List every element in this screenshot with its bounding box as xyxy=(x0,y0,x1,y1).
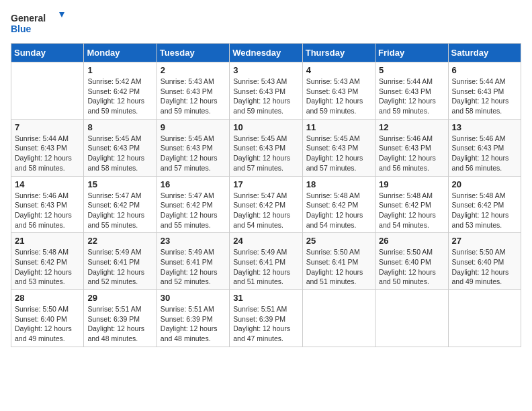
calendar-cell: 12Sunrise: 5:46 AMSunset: 6:43 PMDayligh… xyxy=(375,119,448,176)
calendar-cell: 7Sunrise: 5:44 AMSunset: 6:43 PMDaylight… xyxy=(11,119,84,176)
day-number: 3 xyxy=(233,65,298,75)
calendar-cell: 22Sunrise: 5:49 AMSunset: 6:41 PMDayligh… xyxy=(84,233,157,290)
cell-info: Sunrise: 5:48 AMSunset: 6:42 PMDaylight:… xyxy=(15,247,80,287)
day-number: 21 xyxy=(15,236,80,246)
day-number: 7 xyxy=(15,122,80,132)
day-number: 22 xyxy=(87,236,152,246)
day-number: 30 xyxy=(161,293,226,303)
calendar-cell: 21Sunrise: 5:48 AMSunset: 6:42 PMDayligh… xyxy=(11,233,84,290)
calendar-cell: 2Sunrise: 5:43 AMSunset: 6:43 PMDaylight… xyxy=(157,62,229,120)
cell-info: Sunrise: 5:45 AMSunset: 6:43 PMDaylight:… xyxy=(306,134,371,173)
day-number: 29 xyxy=(87,293,152,303)
svg-marker-1 xyxy=(59,12,64,17)
calendar-cell xyxy=(11,62,84,120)
calendar-header-saturday: Saturday xyxy=(448,44,521,62)
cell-info: Sunrise: 5:50 AMSunset: 6:40 PMDaylight:… xyxy=(379,247,444,287)
day-number: 4 xyxy=(306,65,371,75)
generalblue-logo-icon: General Blue xyxy=(11,11,64,38)
calendar-cell: 29Sunrise: 5:51 AMSunset: 6:39 PMDayligh… xyxy=(84,290,157,347)
calendar-cell: 10Sunrise: 5:45 AMSunset: 6:43 PMDayligh… xyxy=(230,119,302,176)
calendar-week-row: 7Sunrise: 5:44 AMSunset: 6:43 PMDaylight… xyxy=(11,119,521,176)
cell-info: Sunrise: 5:45 AMSunset: 6:43 PMDaylight:… xyxy=(87,134,152,173)
day-number: 23 xyxy=(161,236,226,246)
day-number: 11 xyxy=(306,122,371,132)
day-number: 14 xyxy=(15,179,80,189)
cell-info: Sunrise: 5:45 AMSunset: 6:43 PMDaylight:… xyxy=(161,134,226,173)
svg-text:Blue: Blue xyxy=(11,24,32,34)
cell-info: Sunrise: 5:48 AMSunset: 6:42 PMDaylight:… xyxy=(452,191,517,230)
calendar-header-friday: Friday xyxy=(375,44,448,62)
day-number: 19 xyxy=(379,179,444,189)
cell-info: Sunrise: 5:49 AMSunset: 6:41 PMDaylight:… xyxy=(233,247,298,287)
day-number: 12 xyxy=(379,122,444,132)
calendar-cell xyxy=(448,290,521,347)
header: General Blue xyxy=(11,11,521,38)
calendar-cell: 24Sunrise: 5:49 AMSunset: 6:41 PMDayligh… xyxy=(230,233,302,290)
cell-info: Sunrise: 5:50 AMSunset: 6:40 PMDaylight:… xyxy=(15,304,80,344)
cell-info: Sunrise: 5:46 AMSunset: 6:43 PMDaylight:… xyxy=(452,134,517,173)
calendar-header-sunday: Sunday xyxy=(11,44,84,62)
calendar-cell: 17Sunrise: 5:47 AMSunset: 6:42 PMDayligh… xyxy=(230,176,302,233)
calendar-cell: 1Sunrise: 5:42 AMSunset: 6:42 PMDaylight… xyxy=(84,62,157,120)
cell-info: Sunrise: 5:49 AMSunset: 6:41 PMDaylight:… xyxy=(87,247,152,287)
cell-info: Sunrise: 5:43 AMSunset: 6:43 PMDaylight:… xyxy=(306,77,371,116)
calendar-header-tuesday: Tuesday xyxy=(157,44,229,62)
calendar-week-row: 14Sunrise: 5:46 AMSunset: 6:43 PMDayligh… xyxy=(11,176,521,233)
calendar-cell: 23Sunrise: 5:49 AMSunset: 6:41 PMDayligh… xyxy=(157,233,229,290)
cell-info: Sunrise: 5:47 AMSunset: 6:42 PMDaylight:… xyxy=(161,191,226,230)
cell-info: Sunrise: 5:46 AMSunset: 6:43 PMDaylight:… xyxy=(15,191,80,230)
calendar-cell: 31Sunrise: 5:51 AMSunset: 6:39 PMDayligh… xyxy=(230,290,302,347)
cell-info: Sunrise: 5:51 AMSunset: 6:39 PMDaylight:… xyxy=(87,304,152,344)
calendar-cell: 5Sunrise: 5:44 AMSunset: 6:43 PMDaylight… xyxy=(375,62,448,120)
day-number: 31 xyxy=(233,293,298,303)
svg-text:General: General xyxy=(11,13,46,24)
day-number: 10 xyxy=(233,122,298,132)
calendar-cell: 27Sunrise: 5:50 AMSunset: 6:40 PMDayligh… xyxy=(448,233,521,290)
calendar-cell: 11Sunrise: 5:45 AMSunset: 6:43 PMDayligh… xyxy=(302,119,375,176)
cell-info: Sunrise: 5:42 AMSunset: 6:42 PMDaylight:… xyxy=(87,77,152,116)
cell-info: Sunrise: 5:50 AMSunset: 6:41 PMDaylight:… xyxy=(306,247,371,287)
calendar-cell: 14Sunrise: 5:46 AMSunset: 6:43 PMDayligh… xyxy=(11,176,84,233)
calendar-week-row: 1Sunrise: 5:42 AMSunset: 6:42 PMDaylight… xyxy=(11,62,521,120)
cell-info: Sunrise: 5:47 AMSunset: 6:42 PMDaylight:… xyxy=(87,191,152,230)
calendar-cell xyxy=(302,290,375,347)
calendar-cell xyxy=(375,290,448,347)
cell-info: Sunrise: 5:45 AMSunset: 6:43 PMDaylight:… xyxy=(233,134,298,173)
day-number: 18 xyxy=(306,179,371,189)
day-number: 17 xyxy=(233,179,298,189)
calendar-cell: 20Sunrise: 5:48 AMSunset: 6:42 PMDayligh… xyxy=(448,176,521,233)
day-number: 8 xyxy=(87,122,152,132)
cell-info: Sunrise: 5:43 AMSunset: 6:43 PMDaylight:… xyxy=(233,77,298,116)
cell-info: Sunrise: 5:46 AMSunset: 6:43 PMDaylight:… xyxy=(379,134,444,173)
day-number: 26 xyxy=(379,236,444,246)
day-number: 24 xyxy=(233,236,298,246)
calendar-cell: 3Sunrise: 5:43 AMSunset: 6:43 PMDaylight… xyxy=(230,62,302,120)
cell-info: Sunrise: 5:44 AMSunset: 6:43 PMDaylight:… xyxy=(15,134,80,173)
cell-info: Sunrise: 5:47 AMSunset: 6:42 PMDaylight:… xyxy=(233,191,298,230)
calendar-week-row: 28Sunrise: 5:50 AMSunset: 6:40 PMDayligh… xyxy=(11,290,521,347)
calendar-cell: 16Sunrise: 5:47 AMSunset: 6:42 PMDayligh… xyxy=(157,176,229,233)
calendar-cell: 8Sunrise: 5:45 AMSunset: 6:43 PMDaylight… xyxy=(84,119,157,176)
calendar-header-row: SundayMondayTuesdayWednesdayThursdayFrid… xyxy=(11,44,521,62)
day-number: 1 xyxy=(87,65,152,75)
cell-info: Sunrise: 5:44 AMSunset: 6:43 PMDaylight:… xyxy=(379,77,444,116)
calendar-cell: 25Sunrise: 5:50 AMSunset: 6:41 PMDayligh… xyxy=(302,233,375,290)
day-number: 6 xyxy=(452,65,517,75)
calendar-header-thursday: Thursday xyxy=(302,44,375,62)
calendar-cell: 4Sunrise: 5:43 AMSunset: 6:43 PMDaylight… xyxy=(302,62,375,120)
calendar-header-monday: Monday xyxy=(84,44,157,62)
calendar-cell: 13Sunrise: 5:46 AMSunset: 6:43 PMDayligh… xyxy=(448,119,521,176)
calendar-header-wednesday: Wednesday xyxy=(230,44,302,62)
day-number: 20 xyxy=(452,179,517,189)
day-number: 13 xyxy=(452,122,517,132)
calendar-cell: 19Sunrise: 5:48 AMSunset: 6:42 PMDayligh… xyxy=(375,176,448,233)
day-number: 2 xyxy=(161,65,226,75)
calendar-cell: 18Sunrise: 5:48 AMSunset: 6:42 PMDayligh… xyxy=(302,176,375,233)
day-number: 16 xyxy=(161,179,226,189)
cell-info: Sunrise: 5:51 AMSunset: 6:39 PMDaylight:… xyxy=(233,304,298,344)
day-number: 9 xyxy=(161,122,226,132)
calendar-cell: 28Sunrise: 5:50 AMSunset: 6:40 PMDayligh… xyxy=(11,290,84,347)
calendar-cell: 15Sunrise: 5:47 AMSunset: 6:42 PMDayligh… xyxy=(84,176,157,233)
day-number: 27 xyxy=(452,236,517,246)
day-number: 28 xyxy=(15,293,80,303)
